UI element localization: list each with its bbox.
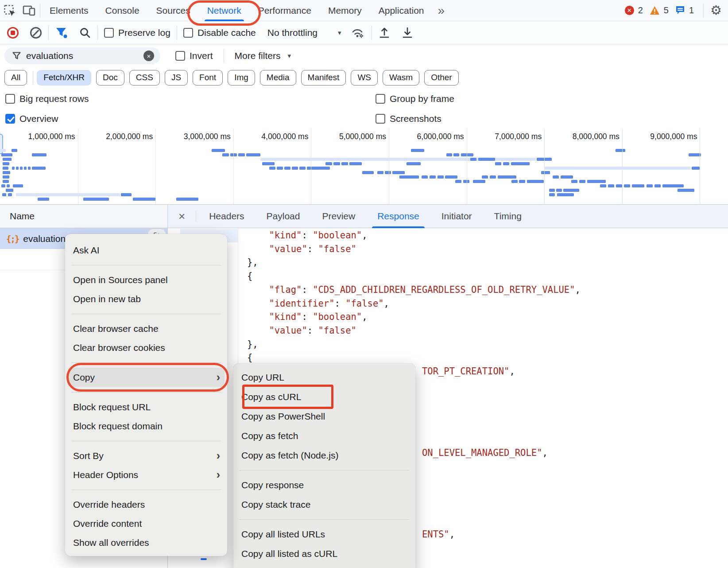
warning-badge-icon[interactable] xyxy=(650,6,660,15)
tab-application[interactable]: Application xyxy=(370,0,433,21)
menu-item-block-request-url[interactable]: Block request URL xyxy=(65,397,227,416)
detail-tab-initiator[interactable]: Initiator xyxy=(430,205,483,228)
menu-item-header-options[interactable]: Header Options› xyxy=(65,465,227,484)
chip-font[interactable]: Font xyxy=(193,70,223,86)
chip-wasm[interactable]: Wasm xyxy=(383,70,419,86)
code-fold-marker[interactable] xyxy=(201,558,207,560)
menu-item-open-in-new-tab[interactable]: Open in new tab xyxy=(65,289,227,308)
detail-tab-timing[interactable]: Timing xyxy=(483,205,533,228)
menu-item-ask-ai[interactable]: Ask AI xyxy=(65,241,227,260)
device-toolbar-icon[interactable] xyxy=(19,0,39,21)
menu-item-show-all-overrides[interactable]: Show all overrides xyxy=(65,533,227,552)
import-har-button[interactable] xyxy=(373,21,396,44)
big-request-rows-checkbox[interactable] xyxy=(5,94,15,104)
invert-filter-toggle[interactable]: Invert xyxy=(175,51,213,61)
chip-media[interactable]: Media xyxy=(260,70,296,86)
tab-memory[interactable]: Memory xyxy=(320,0,370,21)
menu-item-copy-url[interactable]: Copy URL xyxy=(233,368,415,387)
big-request-rows-toggle[interactable]: Big request rows xyxy=(5,93,89,104)
export-har-button[interactable] xyxy=(396,21,419,44)
code-line: }, xyxy=(247,338,728,351)
chip-all[interactable]: All xyxy=(4,70,27,86)
waterfall-bar xyxy=(176,198,198,201)
menu-item-copy-as-curl[interactable]: Copy as cURL xyxy=(233,387,415,407)
detail-tab-headers[interactable]: Headers xyxy=(198,205,255,228)
chip-js[interactable]: JS xyxy=(165,70,188,86)
clear-network-log-button[interactable] xyxy=(24,21,47,44)
menu-item-copy-response[interactable]: Copy response xyxy=(233,475,415,495)
menu-item-copy-all-listed-as-curl[interactable]: Copy all listed as cURL xyxy=(233,544,415,564)
menu-item-label: Ask AI xyxy=(73,245,100,256)
screenshots-checkbox[interactable] xyxy=(376,114,385,124)
chip-ws[interactable]: WS xyxy=(351,70,378,86)
tab-elements[interactable]: Elements xyxy=(41,0,97,21)
tab-network[interactable]: Network xyxy=(199,0,250,21)
preserve-log-checkbox[interactable] xyxy=(104,28,114,38)
detail-tab-response[interactable]: Response xyxy=(366,205,430,228)
group-by-frame-checkbox[interactable] xyxy=(376,94,385,104)
menu-item-copy-as-powershell[interactable]: Copy as PowerShell xyxy=(233,407,415,426)
waterfall-bar xyxy=(662,184,684,187)
overview-checkbox[interactable] xyxy=(5,114,15,124)
menu-item-override-content[interactable]: Override content xyxy=(65,514,227,533)
waterfall-bar xyxy=(121,193,132,196)
tab-console[interactable]: Console xyxy=(97,0,148,21)
menu-item-copy-as-fetch[interactable]: Copy as fetch xyxy=(233,426,415,446)
menu-item-copy-all-listed-urls[interactable]: Copy all listed URLs xyxy=(233,525,415,544)
menu-item-open-in-sources-panel[interactable]: Open in Sources panel xyxy=(65,270,227,289)
waterfall-bar xyxy=(284,167,290,170)
waterfall-bar xyxy=(8,193,12,196)
waterfall-bar xyxy=(689,153,701,156)
record-network-log-button[interactable] xyxy=(0,21,24,44)
menu-item-override-headers[interactable]: Override headers xyxy=(65,495,227,514)
settings-gear-icon[interactable]: ⚙ xyxy=(710,4,722,17)
chip-img[interactable]: Img xyxy=(228,70,255,86)
message-badge-icon[interactable] xyxy=(675,6,685,15)
funnel-icon xyxy=(55,27,68,39)
preserve-log-toggle[interactable]: Preserve log xyxy=(99,27,176,38)
menu-item-copy[interactable]: Copy› xyxy=(68,368,225,387)
menu-item-copy-as-fetch-node-js[interactable]: Copy as fetch (Node.js) xyxy=(233,446,415,465)
clear-filter-icon[interactable]: × xyxy=(143,51,154,61)
network-overview-timeline[interactable]: 1,000,000 ms2,000,000 ms3,000,000 ms4,00… xyxy=(0,128,728,205)
name-column-header[interactable]: Name xyxy=(0,205,167,228)
filter-input-pill[interactable]: × xyxy=(4,47,160,64)
invert-checkbox[interactable] xyxy=(175,51,185,61)
disable-cache-checkbox[interactable] xyxy=(183,28,193,38)
menu-item-copy-stack-trace[interactable]: Copy stack trace xyxy=(233,495,415,514)
waterfall-bar xyxy=(38,198,49,201)
tab-performance[interactable]: Performance xyxy=(250,0,320,21)
disable-cache-toggle[interactable]: Disable cache xyxy=(178,27,261,38)
tab-sources[interactable]: Sources xyxy=(148,0,199,21)
close-detail-icon[interactable]: × xyxy=(168,210,196,222)
error-badge-icon[interactable]: ✕ xyxy=(625,6,634,15)
chip-css[interactable]: CSS xyxy=(129,70,160,86)
waterfall-bar xyxy=(246,153,260,156)
overview-toggle[interactable]: Overview xyxy=(5,113,58,124)
more-filters-button[interactable]: More filters ▾ xyxy=(235,51,291,61)
filter-toggle-button[interactable] xyxy=(50,21,74,44)
menu-item-sort-by[interactable]: Sort By› xyxy=(65,446,227,465)
network-conditions-button[interactable] xyxy=(345,21,371,44)
menu-item-clear-browser-cache[interactable]: Clear browser cache xyxy=(65,319,227,338)
group-by-frame-toggle[interactable]: Group by frame xyxy=(376,93,454,104)
screenshots-toggle[interactable]: Screenshots xyxy=(376,113,441,124)
chip-fetch-xhr[interactable]: Fetch/XHR xyxy=(37,70,91,86)
chip-other[interactable]: Other xyxy=(424,70,459,86)
chip-doc[interactable]: Doc xyxy=(96,70,124,86)
detail-tab-payload[interactable]: Payload xyxy=(256,205,311,228)
menu-item-copy-all-listed-as-powershell[interactable]: Copy all listed as PowerShell xyxy=(233,564,415,568)
inspect-element-icon[interactable] xyxy=(0,0,19,21)
more-tabs-icon[interactable]: » xyxy=(432,4,450,18)
waterfall-bar xyxy=(133,198,156,201)
menu-item-label: Copy as fetch (Node.js) xyxy=(241,450,338,461)
waterfall-bar xyxy=(511,162,530,165)
throttling-select[interactable]: No throttling ▾ xyxy=(261,27,345,38)
menu-item-block-request-domain[interactable]: Block request domain xyxy=(65,416,227,436)
chip-manifest[interactable]: Manifest xyxy=(301,70,346,86)
menu-item-clear-browser-cookies[interactable]: Clear browser cookies xyxy=(65,338,227,357)
waterfall-bar xyxy=(3,180,9,183)
detail-tab-preview[interactable]: Preview xyxy=(311,205,366,228)
filter-input[interactable] xyxy=(26,51,128,61)
search-button[interactable] xyxy=(74,21,97,44)
